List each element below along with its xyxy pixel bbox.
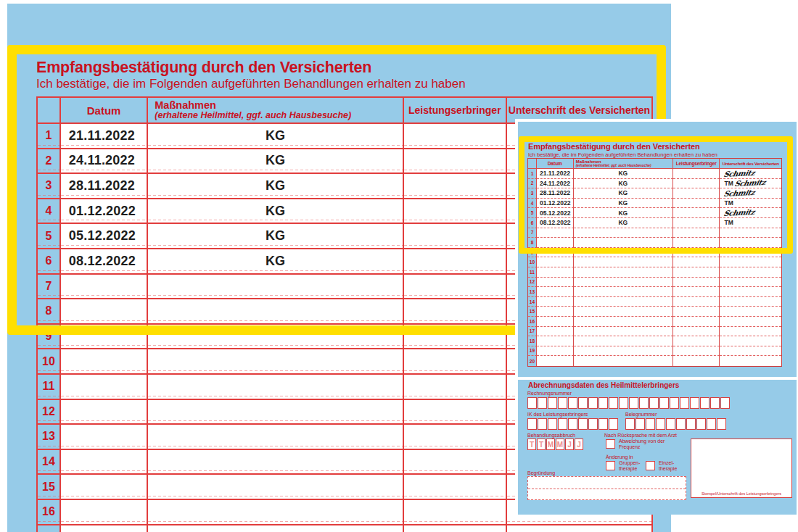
digit-box[interactable] (558, 397, 567, 409)
treatment-cell[interactable] (574, 356, 673, 366)
treatment-cell[interactable] (574, 297, 673, 307)
provider-cell[interactable] (673, 356, 720, 366)
signature-cell[interactable] (720, 346, 781, 357)
provider-cell[interactable] (404, 375, 507, 400)
provider-cell[interactable] (673, 336, 720, 346)
digit-box[interactable] (609, 418, 618, 430)
date-cell[interactable] (537, 356, 574, 366)
digit-box[interactable] (619, 397, 628, 409)
justification-field[interactable] (527, 476, 686, 500)
provider-cell[interactable] (673, 287, 720, 297)
provider-cell[interactable] (404, 400, 507, 425)
digit-box[interactable] (588, 397, 598, 409)
date-cell[interactable] (537, 336, 574, 346)
date-cell[interactable] (61, 525, 148, 532)
signature-cell[interactable] (720, 278, 781, 288)
digit-box[interactable] (629, 397, 638, 409)
signature-cell[interactable] (720, 257, 781, 267)
treatment-cell[interactable] (148, 500, 403, 525)
provider-cell[interactable] (673, 267, 720, 278)
date-cell[interactable] (61, 500, 148, 525)
signature-cell[interactable] (720, 327, 781, 337)
provider-cell[interactable] (673, 317, 720, 327)
digit-box[interactable] (659, 397, 669, 409)
treatment-cell[interactable] (574, 317, 673, 327)
provider-cell[interactable] (673, 297, 720, 307)
treatment-cell[interactable] (574, 287, 673, 297)
date-cell[interactable] (537, 278, 574, 288)
digit-box[interactable] (710, 397, 720, 409)
digit-box[interactable] (686, 418, 696, 430)
frequency-deviation-checkbox[interactable] (606, 439, 615, 449)
digit-box[interactable] (548, 397, 557, 409)
digit-box[interactable] (680, 397, 689, 409)
digit-box[interactable] (717, 418, 726, 430)
signature-cell[interactable] (720, 336, 781, 346)
digit-box[interactable] (700, 397, 709, 409)
single-therapy-checkbox[interactable] (646, 461, 655, 470)
provider-cell[interactable] (673, 278, 720, 288)
date-cell[interactable] (61, 400, 148, 425)
treatment-cell[interactable] (574, 278, 673, 288)
date-cell[interactable] (537, 267, 574, 278)
date-cell[interactable] (61, 475, 148, 500)
date-cell[interactable] (537, 297, 574, 307)
digit-box[interactable] (527, 397, 537, 409)
digit-box[interactable]: M (556, 439, 564, 450)
provider-cell[interactable] (673, 257, 720, 267)
digit-box[interactable] (670, 397, 679, 409)
digit-box[interactable] (609, 397, 618, 409)
date-cell[interactable] (537, 327, 574, 337)
treatment-cell[interactable] (148, 375, 403, 400)
date-cell[interactable] (61, 349, 148, 375)
digit-box[interactable] (578, 418, 588, 430)
digit-box[interactable] (578, 397, 588, 409)
digit-box[interactable] (656, 418, 665, 430)
signature-cell[interactable] (720, 297, 781, 307)
signature-cell[interactable] (507, 525, 651, 532)
date-cell[interactable] (537, 287, 574, 297)
provider-cell[interactable] (404, 525, 507, 532)
provider-cell[interactable] (404, 349, 507, 375)
group-therapy-checkbox[interactable] (606, 461, 615, 470)
digit-box[interactable]: J (565, 439, 574, 450)
digit-box[interactable]: J (575, 439, 583, 450)
digit-box[interactable] (568, 418, 577, 430)
date-cell[interactable] (537, 307, 574, 317)
digit-box[interactable] (720, 397, 730, 409)
digit-box[interactable] (646, 418, 655, 430)
provider-stamp-box[interactable]: Stempel/Unterschrift des Leistungserbrin… (691, 439, 792, 498)
digit-box[interactable] (707, 418, 716, 430)
date-cell[interactable] (61, 450, 148, 475)
signature-cell[interactable] (720, 356, 781, 366)
treatment-cell[interactable] (574, 267, 673, 278)
treatment-cell[interactable] (574, 307, 673, 317)
provider-cell[interactable] (404, 450, 507, 475)
digit-box[interactable] (639, 397, 649, 409)
digit-box[interactable] (676, 418, 686, 430)
signature-cell[interactable] (720, 317, 781, 327)
digit-box[interactable] (568, 397, 577, 409)
treatment-cell[interactable] (574, 257, 673, 267)
digit-box[interactable] (666, 418, 675, 430)
digit-box[interactable] (538, 418, 547, 430)
treatment-cell[interactable] (574, 346, 673, 357)
treatment-cell[interactable] (148, 450, 403, 475)
digit-box[interactable]: T (527, 439, 536, 450)
digit-box[interactable] (538, 397, 547, 409)
provider-cell[interactable] (404, 500, 507, 525)
treatment-cell[interactable] (148, 349, 403, 375)
digit-box[interactable] (625, 418, 635, 430)
provider-cell[interactable] (404, 475, 507, 500)
provider-cell[interactable] (404, 425, 507, 450)
digit-box[interactable] (598, 397, 608, 409)
treatment-cell[interactable] (148, 475, 403, 500)
digit-box[interactable] (558, 418, 567, 430)
date-cell[interactable] (537, 346, 574, 357)
digit-box[interactable]: T (537, 439, 546, 450)
provider-cell[interactable] (673, 327, 720, 337)
signature-cell[interactable] (720, 267, 781, 278)
treatment-cell[interactable] (574, 327, 673, 337)
provider-cell[interactable] (673, 346, 720, 357)
digit-box[interactable] (527, 418, 537, 430)
